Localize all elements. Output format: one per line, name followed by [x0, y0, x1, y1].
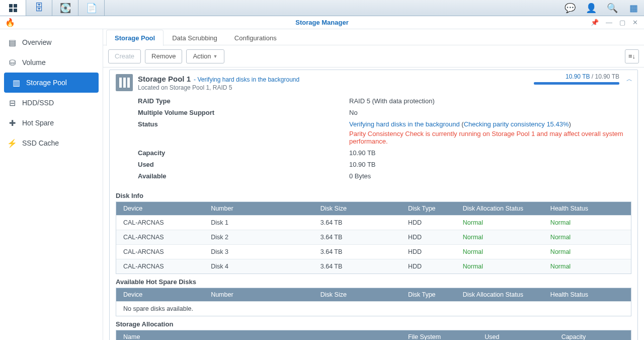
- cell: HDD: [401, 245, 456, 259]
- main-area: Storage Pool Data Scrubbing Configuratio…: [103, 29, 644, 340]
- chevron-down-icon: ▼: [213, 54, 218, 59]
- hdd-icon: ⊟: [7, 98, 17, 108]
- col-size[interactable]: Disk Size: [313, 202, 401, 216]
- sort-button[interactable]: ≡↓: [625, 49, 639, 63]
- col-alloc[interactable]: Disk Allocation Status: [456, 288, 543, 302]
- user-icon[interactable]: 👤: [581, 0, 602, 16]
- task-storage-icon[interactable]: 💽: [52, 0, 78, 16]
- hot-spare-title: Available Hot Spare Disks: [116, 278, 637, 286]
- app-icon: 🔥: [5, 18, 15, 27]
- sidebar-item-label: Overview: [22, 38, 51, 46]
- col-device[interactable]: Device: [116, 288, 204, 302]
- cell: HDD: [401, 230, 456, 245]
- available-label: Available: [138, 172, 349, 180]
- cell: Normal: [456, 216, 543, 230]
- sidebar-item-ssd-cache[interactable]: ⚡ SSD Cache: [0, 133, 103, 153]
- tab-data-scrubbing[interactable]: Data Scrubbing: [164, 30, 226, 46]
- cell: CAL-ARCNAS: [116, 230, 204, 245]
- action-button[interactable]: Action▼: [186, 49, 224, 63]
- task-iscsi-icon[interactable]: 🗄: [26, 0, 52, 16]
- remove-button[interactable]: Remove: [145, 49, 182, 63]
- sidebar-item-volume[interactable]: ⛁ Volume: [0, 52, 103, 73]
- cell: 3.64 TB: [313, 245, 401, 259]
- pin-icon[interactable]: 📌: [591, 19, 599, 26]
- window-controls: 📌 — ▢ ✕: [591, 19, 644, 26]
- capacity-value: 10.90 TB: [349, 149, 631, 157]
- col-type[interactable]: Disk Type: [401, 288, 456, 302]
- sidebar-item-hdd-ssd[interactable]: ⊟ HDD/SSD: [0, 93, 103, 113]
- cell: Normal: [456, 245, 543, 259]
- tab-configurations[interactable]: Configurations: [226, 30, 285, 46]
- capacity-used: 10.90 TB: [566, 73, 590, 80]
- capacity-label: Capacity: [138, 149, 349, 157]
- col-health[interactable]: Health Status: [543, 202, 631, 216]
- table-row[interactable]: CAL-ARCNASDisk 13.64 TBHDDNormalNormal: [116, 216, 631, 230]
- task-right-group: 💬 👤 🔍 ▦: [559, 0, 644, 16]
- search-icon[interactable]: 🔍: [602, 0, 623, 16]
- pool-header: Storage Pool 1 - Verifying hard disks in…: [110, 70, 637, 91]
- pool-name: Storage Pool 1: [138, 75, 191, 83]
- cell: 3.64 TB: [313, 216, 401, 230]
- task-left-group: 🗄 💽 📄: [0, 0, 105, 16]
- create-button: Create: [108, 49, 141, 63]
- maximize-icon[interactable]: ▢: [619, 19, 625, 26]
- available-value: 0 Bytes: [349, 172, 631, 180]
- table-row[interactable]: CAL-ARCNASDisk 23.64 TBHDDNormalNormal: [116, 230, 631, 245]
- cell: Disk 2: [204, 230, 313, 245]
- sidebar-item-label: Volume: [22, 58, 46, 66]
- status-progress: Checking parity consistency 15.43%: [464, 120, 569, 128]
- col-health[interactable]: Health Status: [543, 288, 631, 302]
- sidebar: ▤ Overview ⛁ Volume ▥ Storage Pool ⊟ HDD…: [0, 29, 103, 340]
- cell: Disk 1: [204, 216, 313, 230]
- sidebar-item-hot-spare[interactable]: ✚ Hot Spare: [0, 113, 103, 133]
- cell: Disk 4: [204, 259, 313, 274]
- col-device[interactable]: Device: [116, 202, 204, 216]
- cell: CAL-ARCNAS: [116, 216, 204, 230]
- sidebar-item-overview[interactable]: ▤ Overview: [0, 32, 103, 52]
- col-number[interactable]: Number: [204, 288, 313, 302]
- mvs-value: No: [349, 109, 631, 116]
- col-number[interactable]: Number: [204, 202, 313, 216]
- disk-info-table: Device Number Disk Size Disk Type Disk A…: [116, 201, 631, 274]
- table-row: No spare disks available.: [116, 302, 631, 316]
- pool-inline-status: - Verifying hard disks in the background: [194, 76, 299, 83]
- collapse-icon[interactable]: ︿: [626, 75, 632, 84]
- task-apps-icon[interactable]: [0, 0, 26, 16]
- sidebar-item-label: SSD Cache: [22, 139, 59, 147]
- sidebar-item-label: HDD/SSD: [22, 99, 54, 107]
- col-cap[interactable]: Capacity: [554, 330, 631, 340]
- cell: HDD: [401, 216, 456, 230]
- tab-row: Storage Pool Data Scrubbing Configuratio…: [103, 29, 644, 45]
- col-type[interactable]: Disk Type: [401, 202, 456, 216]
- raid-type-value: RAID 5 (With data protection): [349, 97, 631, 105]
- pool-icon: [116, 74, 133, 91]
- cell: Disk 3: [204, 245, 313, 259]
- toolbar: Create Remove Action▼ ≡↓: [103, 45, 644, 67]
- col-used[interactable]: Used: [477, 330, 554, 340]
- window-title: Storage Manager: [0, 19, 644, 26]
- capacity-block: 10.90 TB / 10.90 TB: [534, 73, 619, 85]
- ssd-cache-icon: ⚡: [7, 138, 17, 148]
- status-link[interactable]: Verifying hard disks in the background: [349, 120, 460, 128]
- used-value: 10.90 TB: [349, 161, 631, 168]
- task-notes-icon[interactable]: 📄: [78, 0, 105, 16]
- col-name[interactable]: Name: [116, 330, 401, 340]
- close-icon[interactable]: ✕: [632, 19, 638, 26]
- minimize-icon[interactable]: —: [606, 19, 612, 26]
- status-label: Status: [138, 120, 349, 145]
- storage-pool-panel: Storage Pool 1 - Verifying hard disks in…: [109, 70, 638, 340]
- cell: HDD: [401, 259, 456, 274]
- tab-storage-pool[interactable]: Storage Pool: [106, 30, 164, 46]
- table-row[interactable]: CAL-ARCNASDisk 33.64 TBHDDNormalNormal: [116, 245, 631, 259]
- used-label: Used: [138, 161, 349, 168]
- widgets-icon[interactable]: ▦: [623, 0, 644, 16]
- col-size[interactable]: Disk Size: [313, 288, 401, 302]
- cell: CAL-ARCNAS: [116, 245, 204, 259]
- col-fs[interactable]: File System: [401, 330, 477, 340]
- chat-icon[interactable]: 💬: [559, 0, 581, 16]
- col-alloc[interactable]: Disk Allocation Status: [456, 202, 543, 216]
- table-row[interactable]: CAL-ARCNASDisk 43.64 TBHDDNormalNormal: [116, 259, 631, 274]
- hot-spare-icon: ✚: [7, 118, 17, 128]
- sidebar-item-storage-pool[interactable]: ▥ Storage Pool: [4, 73, 99, 93]
- hot-spare-table: Device Number Disk Size Disk Type Disk A…: [116, 288, 631, 316]
